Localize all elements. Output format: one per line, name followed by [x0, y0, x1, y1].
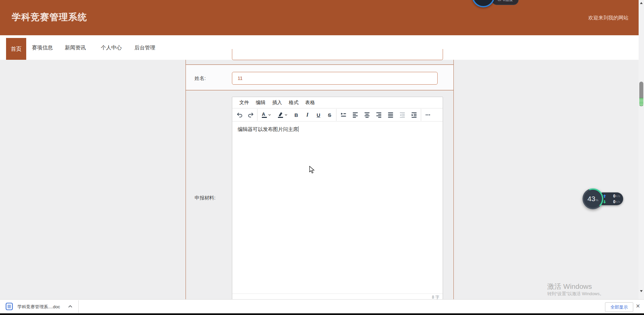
rich-text-editor: 文件 编辑 插入 格式 表格 A B I U S	[232, 97, 443, 301]
vertical-scrollbar[interactable]	[639, 0, 644, 299]
editor-text: 编辑器可以发布图片问主席	[238, 126, 298, 132]
italic-icon[interactable]: I	[302, 110, 313, 120]
chevron-up-icon[interactable]	[68, 305, 73, 308]
editor-content-area[interactable]: 编辑器可以发布图片问主席	[232, 122, 443, 294]
indent-icon[interactable]	[408, 110, 420, 120]
chevron-down-icon	[268, 113, 271, 117]
upload-speed-value: 0	[613, 194, 615, 198]
close-download-bar-icon[interactable]: ✕	[635, 303, 641, 310]
chevron-down-icon	[284, 113, 288, 117]
form-panel-right-border	[453, 60, 454, 313]
outdent-icon[interactable]	[396, 110, 408, 120]
activate-windows-watermark: 激活 Windows	[547, 282, 592, 291]
align-right-icon[interactable]	[373, 110, 385, 120]
taskbar-edge	[0, 313, 644, 315]
name-input[interactable]	[232, 72, 438, 85]
usage-percent-face: 43 %	[584, 190, 602, 208]
material-label: 申报材料:	[195, 195, 215, 201]
toolbar-separator	[421, 109, 421, 121]
percent-sign: %	[596, 198, 598, 202]
nav-tab-news[interactable]: 新闻资讯	[65, 35, 86, 60]
editor-toolbar: A B I U S	[232, 108, 443, 122]
nav-tab-admin[interactable]: 后台管理	[134, 35, 155, 60]
align-left-icon[interactable]	[349, 110, 361, 120]
menu-file[interactable]: 文件	[236, 98, 252, 107]
welcome-text: 欢迎来到我的网站	[588, 15, 629, 21]
menu-edit[interactable]: 编辑	[252, 98, 269, 107]
name-label: 姓名:	[195, 75, 206, 82]
form-panel-left-border	[186, 60, 186, 313]
underline-icon[interactable]: U	[313, 110, 324, 120]
download-speed-unit: K/s	[616, 200, 620, 204]
highlight-color-icon[interactable]	[275, 110, 291, 120]
toolbar-separator	[336, 109, 336, 121]
toolbar-separator	[257, 109, 257, 121]
usage-percent-ball[interactable]: 43 %	[582, 188, 603, 209]
upload-speed-unit: K/s	[616, 194, 620, 198]
nav-tab-profile[interactable]: 个人中心	[101, 35, 122, 60]
download-arrow-icon	[603, 200, 606, 204]
download-speed-row: 0 K/s	[603, 199, 620, 205]
usage-percent-value: 43	[588, 195, 595, 203]
show-all-downloads-button[interactable]: 全部显示	[605, 302, 633, 312]
word-doc-icon	[5, 303, 13, 310]
nav-tab-events[interactable]: 赛项信息	[32, 35, 53, 60]
upload-arrow-icon	[603, 194, 606, 198]
mouse-cursor	[309, 166, 315, 174]
scroll-up-arrow-icon[interactable]	[640, 2, 643, 4]
downloaded-file-item[interactable]: 学科竞赛管理系....doc	[0, 300, 78, 314]
editor-menubar: 文件 编辑 插入 格式 表格	[232, 97, 443, 108]
redo-icon[interactable]	[245, 110, 256, 120]
menu-table[interactable]: 表格	[302, 98, 318, 107]
cpu-temp-label: CPU温度	[492, 0, 519, 5]
upload-speed-row: 0 K/s	[603, 193, 620, 199]
scrollbar-thumb-grip	[639, 98, 643, 106]
app-header: 学科竞赛管理系统 欢迎来到我的网站	[0, 0, 644, 35]
align-justify-icon[interactable]	[385, 110, 396, 120]
download-file-name: 学科竞赛管理系....doc	[17, 304, 60, 310]
strikethrough-icon[interactable]: S	[324, 110, 335, 120]
more-options-icon[interactable]	[422, 110, 433, 120]
word-count: 8 字	[432, 295, 439, 300]
download-bar-separator	[78, 300, 79, 313]
text-caret	[298, 126, 298, 132]
download-bar: 学科竞赛管理系....doc 全部显示 ✕	[0, 299, 644, 313]
scrollbar-thumb[interactable]	[639, 82, 643, 106]
bold-icon[interactable]: B	[291, 110, 302, 120]
menu-format[interactable]: 格式	[285, 98, 302, 107]
activate-windows-subtext: 转到“设置”以激活 Windows。	[547, 291, 604, 297]
undo-icon[interactable]	[234, 110, 245, 120]
scroll-down-arrow-icon[interactable]	[640, 290, 643, 292]
page-title: 学科竞赛管理系统	[12, 11, 87, 23]
text-color-icon[interactable]: A	[258, 110, 275, 120]
first-line-indent-icon[interactable]	[337, 110, 349, 120]
align-center-icon[interactable]	[361, 110, 373, 120]
download-speed-value: 0	[613, 199, 615, 204]
screen: 学科竞赛管理系统 欢迎来到我的网站 CPU温度 首页 赛项信息 新闻资讯 个人中…	[0, 0, 644, 315]
nav-tab-home[interactable]: 首页	[6, 38, 26, 60]
menu-insert[interactable]: 插入	[269, 98, 285, 107]
clipped-form-input[interactable]	[232, 49, 443, 60]
